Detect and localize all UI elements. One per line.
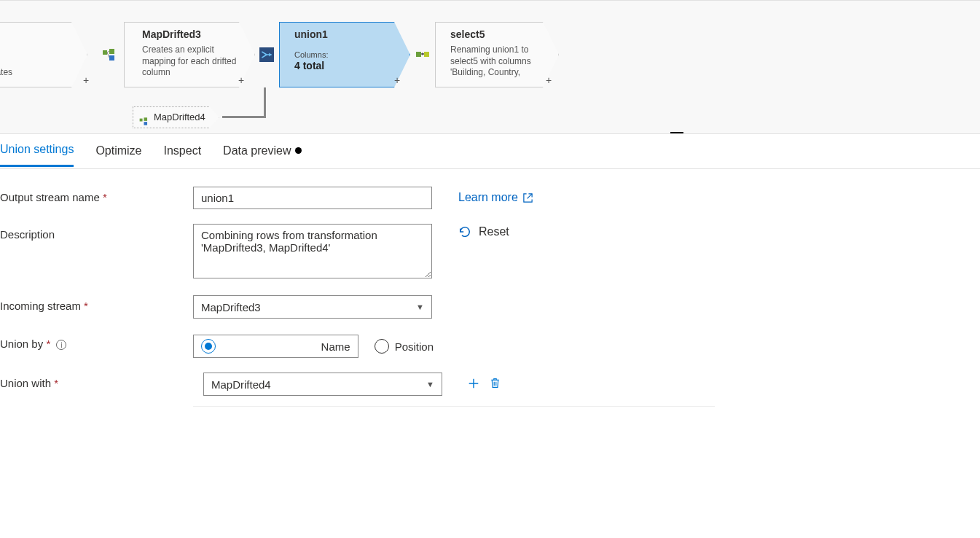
union-settings-form: Output stream name * Learn more Descript… xyxy=(0,169,980,407)
svg-rect-5 xyxy=(416,52,421,57)
svg-rect-0 xyxy=(103,50,107,55)
select-value: MapDrifted3 xyxy=(201,301,261,313)
union-with-select[interactable]: MapDrifted4 ▼ xyxy=(203,373,442,396)
map-drifted-icon xyxy=(102,47,117,62)
unsaved-indicator-dot xyxy=(295,147,302,154)
tab-data-preview[interactable]: Data preview xyxy=(223,144,302,166)
map-drifted-icon xyxy=(139,113,149,133)
union-by-label: Union by * i xyxy=(0,333,193,350)
transform-icon-slot xyxy=(254,22,280,87)
add-after-node-icon[interactable]: + xyxy=(236,75,246,85)
panel-resize-grip[interactable] xyxy=(670,132,683,134)
tab-union-settings[interactable]: Union settings xyxy=(0,143,74,167)
tab-optimize[interactable]: Optimize xyxy=(95,144,141,166)
dataflow-canvas[interactable]: t1 s row values into nns, groups nns and… xyxy=(0,0,980,134)
branch-label: MapDrifted4 xyxy=(154,112,205,122)
tab-label: Optimize xyxy=(95,144,141,157)
reset-icon xyxy=(458,225,471,238)
connector-line xyxy=(222,116,266,118)
flow-branch-mapdrifted4[interactable]: MapDrifted4 xyxy=(133,106,219,128)
flow-node-select5[interactable]: select5 Renaming union1 to select5 with … xyxy=(435,22,559,87)
description-label: Description xyxy=(0,224,193,241)
svg-rect-8 xyxy=(140,119,143,122)
tab-label: Data preview xyxy=(223,144,291,157)
chevron-down-icon: ▼ xyxy=(426,380,434,389)
incoming-stream-label: Incoming stream * xyxy=(0,295,193,312)
delete-union-with-button[interactable] xyxy=(489,377,501,392)
output-stream-name-label: Output stream name * xyxy=(0,187,193,203)
transform-icon-slot xyxy=(409,22,436,87)
svg-rect-2 xyxy=(109,55,114,61)
radio-label: Position xyxy=(395,340,434,353)
columns-value: 4 total xyxy=(294,60,402,71)
plus-icon xyxy=(467,377,480,390)
flow-node-mapdrifted3[interactable]: MapDrifted3 Creates an explicit mapping … xyxy=(124,22,255,87)
connector-line xyxy=(264,87,266,118)
chevron-down-icon: ▼ xyxy=(416,303,424,311)
settings-tabs: Union settings Optimize Inspect Data pre… xyxy=(0,134,980,169)
reset-label: Reset xyxy=(479,225,509,238)
output-stream-name-input[interactable] xyxy=(193,187,432,209)
incoming-stream-select[interactable]: MapDrifted3 ▼ xyxy=(193,295,432,319)
node-title: t1 xyxy=(0,28,79,40)
node-desc: Renaming union1 to select5 with columns … xyxy=(450,44,538,79)
reset-button[interactable]: Reset xyxy=(458,225,509,238)
trash-icon xyxy=(489,377,501,389)
transform-icon-slot xyxy=(96,22,122,87)
node-title: select5 xyxy=(450,28,551,40)
add-after-node-icon[interactable]: + xyxy=(81,75,91,85)
info-icon[interactable]: i xyxy=(56,340,66,350)
svg-marker-7 xyxy=(422,52,424,55)
add-after-node-icon[interactable]: + xyxy=(392,75,402,85)
add-union-with-button[interactable] xyxy=(467,377,480,392)
flow-node-union1[interactable]: union1 Columns: 4 total xyxy=(279,22,410,87)
node-title: MapDrifted3 xyxy=(142,28,247,40)
node-desc: s row values into nns, groups nns and ag… xyxy=(0,44,79,79)
svg-rect-6 xyxy=(424,52,429,57)
columns-label: Columns: xyxy=(294,50,402,59)
external-link-icon xyxy=(522,192,533,203)
tab-label: Union settings xyxy=(0,143,74,156)
union-by-position-radio[interactable]: Position xyxy=(375,339,434,354)
union-by-name-radio[interactable]: Name xyxy=(193,335,358,358)
flow-node-aggregate[interactable]: t1 s row values into nns, groups nns and… xyxy=(0,22,87,87)
add-after-node-icon[interactable]: + xyxy=(544,75,554,85)
radio-label: Name xyxy=(321,340,350,353)
union-with-label: Union with * xyxy=(0,373,193,389)
union-icon xyxy=(259,47,274,62)
link-label: Learn more xyxy=(458,191,518,204)
node-desc: Creates an explicit mapping for each dri… xyxy=(142,44,237,79)
select-icon xyxy=(415,47,430,62)
svg-rect-9 xyxy=(144,117,148,121)
learn-more-link[interactable]: Learn more xyxy=(458,191,533,204)
tab-label: Inspect xyxy=(164,144,202,157)
node-title: union1 xyxy=(294,28,402,40)
svg-rect-1 xyxy=(109,49,114,54)
description-textarea[interactable] xyxy=(193,224,432,278)
tab-inspect[interactable]: Inspect xyxy=(164,144,202,166)
svg-rect-10 xyxy=(144,122,148,125)
select-value: MapDrifted4 xyxy=(211,378,271,391)
